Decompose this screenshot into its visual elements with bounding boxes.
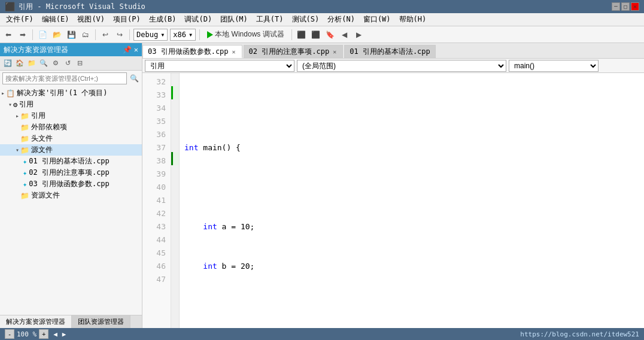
editor-area: 03 引用做函数参数.cpp ✕ 02 引用的注意事项.cpp ✕ 01 引用的… [142,43,644,328]
tree-project[interactable]: ▾ ⚙ 引用 [0,99,142,110]
menu-help[interactable]: 帮助(H) [396,13,430,26]
menu-analyze[interactable]: 分析(N) [324,13,359,26]
tab-02-close[interactable]: ✕ [332,48,338,55]
platform-dropdown[interactable]: x86 ▾ [170,29,196,41]
menu-view[interactable]: 视图(V) [74,13,108,26]
new-file-btn[interactable]: 📄 [37,29,48,41]
maximize-button[interactable]: □ [621,2,630,11]
sidebar-filter-btn[interactable]: 🔍 [38,58,49,69]
tab-02-label: 02 引用的注意事项.cpp [249,47,330,57]
menu-test[interactable]: 测试(S) [288,13,323,26]
ref-icon: 📁 [20,112,29,120]
run-button[interactable]: 本地 Windows 调试器 [203,28,287,41]
solution-icon: 📋 [6,89,15,98]
solution-tree: ▸ 📋 解决方案'引用'(1 个项目) ▾ ⚙ 引用 ▸ 📁 引用 📁 外部依赖… [0,86,142,315]
code-line-32 [184,102,639,115]
menu-tools[interactable]: 工具(T) [253,13,287,26]
tab-team-explorer[interactable]: 团队资源管理器 [72,315,130,328]
menu-team[interactable]: 团队(M) [217,13,251,26]
main-toolbar: ⬅ ➡ 📄 📂 💾 🗂 ↩ ↪ Debug ▾ x86 ▾ 本地 Windows… [0,26,644,43]
sidebar-close-icon[interactable]: ✕ [134,45,138,54]
file-icon-2: ✦ [23,169,27,177]
toolbar-extra-3[interactable]: 🔖 [324,29,336,41]
toolbar-extra-4[interactable]: ◀ [339,29,351,41]
tree-file-03[interactable]: ✦ 03 引用做函数参数.cpp [0,178,142,190]
tab-02[interactable]: 02 引用的注意事项.cpp ✕ [244,45,344,58]
zoom-decrease-button[interactable]: - [5,329,14,339]
menu-build[interactable]: 生成(B) [145,13,180,26]
file-03-label: 03 引用做函数参数.cpp [29,179,110,189]
sidebar-refresh-btn[interactable]: ↺ [62,58,73,69]
ref-label: 引用 [31,111,45,121]
toolbar-btn-1[interactable]: ⬅ [2,29,14,41]
open-file-btn[interactable]: 📂 [51,29,63,41]
tab-solution-explorer[interactable]: 解决方案资源管理器 [0,315,72,328]
nav-bar: 引用 (全局范围) main() [142,59,644,73]
toolbar-extra-2[interactable]: ⬛ [310,29,322,41]
tab-01[interactable]: 01 引用的基本语法.cpp [344,45,436,58]
tree-file-02[interactable]: ✦ 02 引用的注意事项.cpp [0,167,142,178]
code-line-36: int b = 20; [184,260,639,273]
zoom-increase-button[interactable]: + [39,329,48,339]
search-input[interactable] [2,72,127,84]
sidebar-pin-icon[interactable]: 📌 [123,45,132,54]
window-controls[interactable]: ─ □ ✕ [612,2,639,11]
code-editor[interactable]: 32 33 34 35 36 37 38 39 40 41 42 43 44 4… [142,73,644,328]
close-button[interactable]: ✕ [631,2,639,11]
menu-project[interactable]: 项目(P) [110,13,144,26]
blog-url: https://blog.csdn.net/itdew521 [520,330,639,338]
file-icon-3: ✦ [23,180,27,189]
src-label: 源文件 [31,145,53,155]
tab-03[interactable]: 03 引用做函数参数.cpp ✕ [142,45,242,58]
scroll-right-btn[interactable]: ▶ [62,330,66,338]
code-line-34 [184,181,639,194]
context-dropdown[interactable]: (全局范围) [297,60,506,72]
sidebar-settings-btn[interactable]: ⚙ [50,58,61,69]
sidebar-home-btn[interactable]: 🏠 [14,58,25,69]
save-btn[interactable]: 💾 [65,29,77,41]
function-dropdown[interactable]: main() [509,60,599,72]
res-label: 资源文件 [31,190,60,201]
toolbar-sep-2 [95,29,96,40]
menu-window[interactable]: 窗口(W) [360,13,394,26]
status-bar: - 100 % + ◀ ▶ https://blog.csdn.net/itde… [0,328,644,340]
scope-dropdown[interactable]: 引用 [145,60,294,72]
tree-references[interactable]: ▸ 📁 引用 [0,110,142,122]
tree-solution[interactable]: ▸ 📋 解决方案'引用'(1 个项目) [0,87,142,99]
toolbar-extra-1[interactable]: ⬛ [296,29,308,41]
arrow-icon: ▾ [8,101,12,108]
sidebar-sync-btn[interactable]: 🔄 [2,58,13,69]
undo-btn[interactable]: ↩ [99,29,111,41]
tree-headers[interactable]: 📁 头文件 [0,133,142,144]
arrow-icon: ▾ [16,147,19,153]
menu-file[interactable]: 文件(F) [2,13,37,26]
ext-label: 外部依赖项 [31,122,67,132]
scroll-left-btn[interactable]: ◀ [53,330,57,338]
sidebar-collapse-btn[interactable]: ⊟ [74,58,85,69]
title-text: 引用 - Microsoft Visual Studio [19,2,145,12]
tree-sources[interactable]: ▾ 📁 源文件 [0,144,142,156]
code-content[interactable]: int main() { int a = 10; int b = 20; //m… [180,73,644,328]
sidebar-toolbar: 🔄 🏠 📁 🔍 ⚙ ↺ ⊟ [0,56,142,71]
zoom-level: 100 % [17,330,37,338]
redo-btn[interactable]: ↪ [114,29,126,41]
solution-label: 解决方案'引用'(1 个项目) [17,88,107,98]
tree-resources[interactable]: 📁 资源文件 [0,190,142,201]
debug-config-dropdown[interactable]: Debug ▾ [133,29,168,41]
toolbar-sep-3 [129,29,130,40]
search-button[interactable]: 🔍 [129,73,139,84]
sidebar-folder-btn[interactable]: 📁 [26,58,37,69]
minimize-button[interactable]: ─ [612,2,620,11]
toolbar-sep-1 [32,29,33,40]
tree-file-01[interactable]: ✦ 01 引用的基本语法.cpp [0,156,142,167]
tab-03-close[interactable]: ✕ [231,48,237,55]
save-all-btn[interactable]: 🗂 [80,29,92,41]
tab-bar: 03 引用做函数参数.cpp ✕ 02 引用的注意事项.cpp ✕ 01 引用的… [142,43,644,59]
toolbar-btn-2[interactable]: ➡ [17,29,29,41]
tree-external-deps[interactable]: 📁 外部依赖项 [0,122,142,133]
code-line-37 [184,299,639,312]
toolbar-extra-5[interactable]: ▶ [353,29,365,41]
menu-debug[interactable]: 调试(D) [181,13,215,26]
arrow-icon [16,124,19,130]
menu-edit[interactable]: 编辑(E) [38,13,73,26]
